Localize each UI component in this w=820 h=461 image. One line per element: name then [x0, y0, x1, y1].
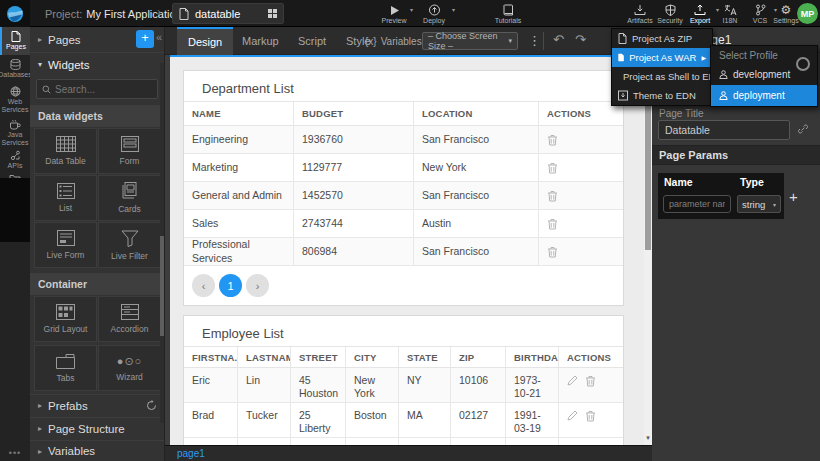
screen-size-select[interactable]: – Choose Screen Size – ▾	[422, 32, 518, 50]
delete-row-icon[interactable]	[547, 162, 558, 174]
table-row[interactable]: Engineering 1936760 San Francisco	[184, 126, 623, 154]
search-icon	[42, 85, 51, 94]
widget-tile-wizard[interactable]: ●⊙○ Wizard	[98, 345, 161, 391]
sidebar-item-java-services[interactable]: Java Services	[0, 116, 30, 149]
widget-tile-live-form[interactable]: Live Form	[34, 222, 97, 268]
undo-icon[interactable]: ↶	[553, 32, 564, 47]
menu-item-project-as-war[interactable]: Project As WAR ▶	[612, 48, 712, 67]
open-page-tab[interactable]: datatable	[172, 3, 284, 24]
canvas-toolbar: Design Markup Script Style {x} Variables…	[165, 27, 652, 55]
variables-menu[interactable]: {x} Variables ▾	[365, 27, 429, 55]
param-name-column: Name	[664, 173, 693, 191]
chevron-down-icon: ▾	[508, 37, 512, 45]
widget-tile-list[interactable]: List	[34, 175, 97, 221]
pagination-next-button[interactable]: ›	[246, 274, 269, 297]
user-avatar[interactable]: MP	[797, 3, 818, 24]
menu-item-project-as-shell-to-edn[interactable]: Project as Shell to EDN	[612, 67, 712, 86]
deploy-button[interactable]: Deploy ▾	[412, 2, 456, 26]
widget-tile-grid-layout[interactable]: Grid Layout	[34, 296, 97, 342]
preview-button[interactable]: Preview ▾	[372, 2, 416, 26]
deploy-dropdown-icon[interactable]: ▾	[452, 6, 455, 13]
project-name[interactable]: My First Application	[86, 8, 181, 20]
scrollbar-down-icon[interactable]: ▾	[644, 433, 652, 443]
redo-icon[interactable]: ↷	[575, 32, 586, 47]
employee-list-widget[interactable]: Employee List FIRSTNA.. LASTNAME STREET …	[183, 315, 624, 445]
menu-item-theme-to-edn[interactable]: Theme to EDN	[612, 86, 712, 105]
page-title-label: Page Title	[659, 108, 703, 119]
section-container: Container	[30, 273, 165, 295]
table-row[interactable]: Brad Tucker 25 Liberty Pl Boston MA 0212…	[184, 403, 623, 438]
sidebar-item-web-services[interactable]: Web Services	[0, 83, 30, 116]
delete-row-icon[interactable]	[547, 246, 558, 258]
panel-scrollbar[interactable]	[160, 63, 164, 423]
coffee-cup-icon	[9, 119, 21, 130]
bind-link-icon[interactable]	[797, 123, 809, 135]
sidebar-more-icon[interactable]: •••	[0, 448, 30, 458]
wavemaker-logo-icon[interactable]	[0, 0, 30, 27]
form-icon	[121, 136, 139, 152]
menu-item-deployment[interactable]: deployment	[711, 85, 817, 106]
sidebar-item-pages[interactable]: Pages	[0, 27, 30, 55]
canvas-scrollbar[interactable]: ▾	[644, 55, 652, 445]
pagination-page-1[interactable]: 1	[219, 274, 242, 297]
section-data-widgets: Data widgets	[30, 105, 165, 127]
footer-page-tab[interactable]: page1	[177, 448, 205, 459]
add-page-button[interactable]: +	[136, 30, 154, 48]
search-input[interactable]	[55, 84, 145, 95]
submenu-arrow-icon: ▶	[701, 54, 706, 61]
artifacts-download-icon	[634, 4, 646, 16]
pagination-prev-button[interactable]: ‹	[192, 274, 215, 297]
accordion-icon	[121, 304, 139, 320]
table-row[interactable]: Sales 2743744 Austin	[184, 210, 623, 238]
variables-section-header[interactable]: ▸ Variables	[30, 440, 165, 461]
widget-tile-live-filter[interactable]: Live Filter	[98, 222, 161, 268]
project-label: Project:	[45, 8, 82, 20]
table-row[interactable]: General and Admin 1452570 San Francisco	[184, 182, 623, 210]
panel-scrollbar-thumb[interactable]	[160, 236, 164, 336]
refresh-icon[interactable]	[146, 400, 157, 411]
delete-row-icon[interactable]	[585, 410, 596, 422]
tutorials-button[interactable]: Tutorials	[486, 2, 530, 26]
delete-row-icon[interactable]	[585, 375, 596, 387]
api-nodes-icon	[10, 150, 21, 161]
widgets-section-header[interactable]: ▾ Widgets	[30, 52, 165, 76]
tab-design[interactable]: Design	[177, 27, 233, 55]
widget-tile-cards[interactable]: Cards	[98, 175, 161, 221]
tab-script[interactable]: Script	[287, 27, 337, 55]
table-row[interactable]: Marketing 1129777 New York	[184, 154, 623, 182]
page-tabs-bar: page1	[165, 445, 652, 461]
toolbar-more-icon[interactable]: ⋮	[528, 33, 541, 48]
page-structure-section-header[interactable]: ▸ Page Structure	[30, 417, 165, 439]
delete-row-icon[interactable]	[547, 190, 558, 202]
globe-icon	[10, 86, 21, 97]
prefabs-section-header[interactable]: ▸ Prefabs	[30, 394, 165, 416]
page-title-input[interactable]	[658, 120, 790, 140]
param-name-input[interactable]	[663, 195, 731, 213]
design-canvas: Department List NAME BUDGET LOCATION ACT…	[165, 55, 652, 445]
department-list-widget[interactable]: Department List NAME BUDGET LOCATION ACT…	[183, 70, 624, 306]
edit-row-icon[interactable]	[567, 410, 578, 421]
deploy-icon	[428, 4, 441, 16]
widget-tile-tabs[interactable]: Tabs	[34, 345, 97, 391]
breadcrumb-chevron-icon: ›	[157, 5, 161, 19]
delete-row-icon[interactable]	[547, 218, 558, 230]
table-row[interactable]: Professional Services 806984 San Francis…	[184, 238, 623, 266]
tab-markup[interactable]: Markup	[231, 27, 290, 55]
widget-tile-accordion[interactable]: Accordion	[98, 296, 161, 342]
widget-tile-form[interactable]: Form	[98, 128, 161, 174]
dashboard-grid-icon[interactable]	[268, 9, 277, 18]
add-param-button[interactable]: +	[789, 173, 798, 219]
pagination: ‹ 1 ›	[192, 274, 269, 297]
widget-tile-data-table[interactable]: Data Table	[34, 128, 97, 174]
table-row[interactable]: Eric Lin 45 Houston Street New York NY 1…	[184, 368, 623, 403]
page-canvas[interactable]: Department List NAME BUDGET LOCATION ACT…	[170, 55, 644, 445]
collapse-panel-icon[interactable]: «	[156, 31, 162, 43]
menu-item-project-as-zip[interactable]: Project As ZIP	[612, 29, 712, 48]
widget-search[interactable]	[36, 79, 158, 99]
sidebar-item-databases[interactable]: Databases	[0, 55, 30, 83]
param-type-select[interactable]: string ▾	[737, 195, 781, 213]
edit-row-icon[interactable]	[567, 375, 578, 386]
sidebar-item-apis[interactable]: APIs	[0, 149, 30, 171]
tabs-icon	[56, 354, 75, 369]
delete-row-icon[interactable]	[547, 134, 558, 146]
